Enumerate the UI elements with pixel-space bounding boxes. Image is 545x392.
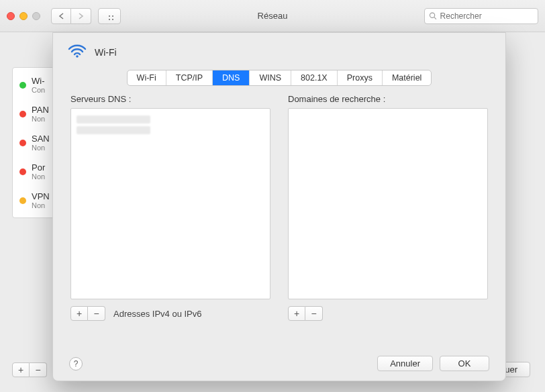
tab-materiel[interactable]: Matériel <box>383 70 431 85</box>
remove-dns-button[interactable]: − <box>88 306 105 321</box>
svg-line-1 <box>434 17 436 19</box>
tab-wins[interactable]: WINS <box>250 70 291 85</box>
tab-bar: Wi-Fi TCP/IP DNS WINS 802.1X Proxys Maté… <box>53 70 505 86</box>
wifi-icon <box>68 44 87 60</box>
dns-servers-column: Serveurs DNS : + − Adresses IPv4 ou IPv6 <box>70 94 270 321</box>
sheet-footer: ? Annuler OK <box>53 356 505 371</box>
service-subtitle: Non <box>32 201 50 209</box>
nav-buttons <box>51 8 91 24</box>
status-dot-icon <box>19 82 26 89</box>
dns-entry-obscured <box>77 115 150 124</box>
search-icon <box>429 11 437 20</box>
add-domain-button[interactable]: + <box>288 306 305 321</box>
tab-dns[interactable]: DNS <box>213 70 250 85</box>
forward-button[interactable] <box>71 8 91 24</box>
dns-servers-list[interactable] <box>70 108 270 299</box>
status-dot-icon <box>19 197 26 204</box>
search-domains-list[interactable] <box>288 108 488 299</box>
service-subtitle: Non <box>32 144 50 152</box>
tab-wifi[interactable]: Wi-Fi <box>128 70 166 85</box>
service-subtitle: Non <box>32 115 49 123</box>
service-title: Wi- <box>32 76 45 86</box>
service-title: SAN <box>32 134 50 144</box>
toolbar: Réseau <box>0 0 545 32</box>
add-dns-button[interactable]: + <box>70 306 88 321</box>
service-title: VPN <box>32 191 50 201</box>
dns-servers-label: Serveurs DNS : <box>70 94 270 104</box>
tab-tcpip[interactable]: TCP/IP <box>166 70 213 85</box>
grid-icon <box>105 11 114 21</box>
tab-8021x[interactable]: 802.1X <box>291 70 338 85</box>
svg-point-2 <box>76 55 79 58</box>
show-all-button[interactable] <box>98 8 121 24</box>
close-window-icon[interactable] <box>7 12 15 20</box>
sheet-title: Wi-Fi <box>95 47 117 58</box>
tab-proxys[interactable]: Proxys <box>338 70 383 85</box>
service-list-controls: + − <box>12 362 47 377</box>
status-dot-icon <box>19 168 26 175</box>
remove-domain-button[interactable]: − <box>305 306 323 321</box>
window-controls <box>7 12 40 20</box>
dns-hint: Adresses IPv4 ou IPv6 <box>113 309 202 319</box>
search-input[interactable] <box>440 11 534 21</box>
remove-service-button[interactable]: − <box>30 362 47 377</box>
status-dot-icon <box>19 111 26 117</box>
ok-button[interactable]: OK <box>440 356 489 371</box>
zoom-window-icon <box>32 12 40 20</box>
dns-entry-obscured <box>77 126 150 134</box>
service-title: PAN <box>32 105 49 115</box>
back-button[interactable] <box>51 8 71 24</box>
help-button[interactable]: ? <box>69 357 83 371</box>
minimize-window-icon[interactable] <box>19 12 28 20</box>
service-subtitle: Non <box>32 173 45 181</box>
window-title: Réseau <box>128 11 417 21</box>
service-title: Por <box>32 162 45 173</box>
service-subtitle: Con <box>32 86 45 94</box>
sheet-header: Wi-Fi <box>53 33 505 66</box>
status-dot-icon <box>19 140 26 146</box>
svg-point-0 <box>430 13 434 17</box>
add-service-button[interactable]: + <box>12 362 30 377</box>
cancel-button[interactable]: Annuler <box>377 356 433 371</box>
search-domains-column: Domaines de recherche : + − <box>288 94 488 321</box>
advanced-sheet: Wi-Fi Wi-Fi TCP/IP DNS WINS 802.1X Proxy… <box>52 32 506 381</box>
search-domains-label: Domaines de recherche : <box>288 94 488 104</box>
search-field[interactable] <box>424 8 538 24</box>
